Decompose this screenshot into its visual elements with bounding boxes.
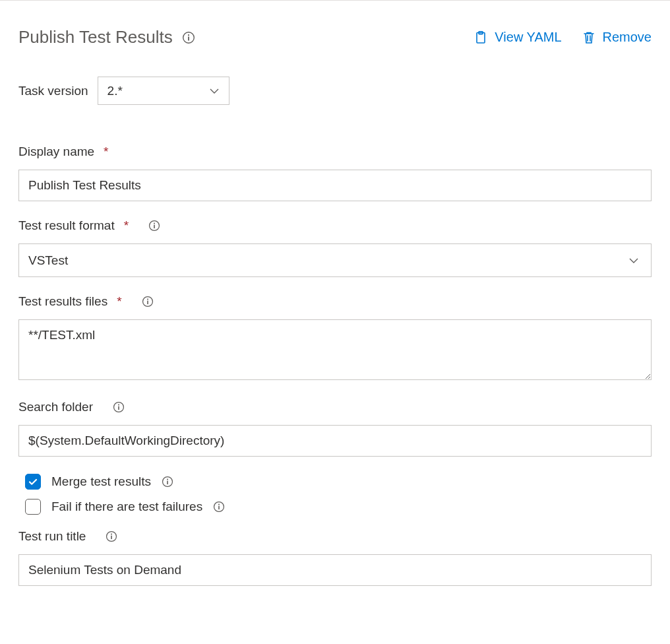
- fail-if-failures-label: Fail if there are test failures: [51, 499, 202, 514]
- merge-test-results-checkbox[interactable]: [25, 474, 41, 490]
- test-results-files-input[interactable]: [18, 319, 652, 380]
- display-name-field: Display name*: [18, 145, 652, 201]
- view-yaml-label: View YAML: [495, 30, 561, 45]
- svg-point-9: [147, 299, 148, 300]
- info-icon[interactable]: [213, 501, 225, 513]
- clipboard-icon: [473, 30, 488, 45]
- svg-rect-19: [218, 506, 220, 509]
- remove-label: Remove: [603, 30, 652, 45]
- view-yaml-button[interactable]: View YAML: [473, 30, 561, 45]
- svg-rect-13: [118, 406, 119, 410]
- svg-point-6: [154, 223, 155, 224]
- test-result-format-select[interactable]: VSTest: [18, 243, 652, 277]
- fail-if-failures-row: Fail if there are test failures: [25, 499, 652, 515]
- header-row: Publish Test Results View YAML Remove: [18, 27, 652, 48]
- info-icon[interactable]: [148, 220, 160, 232]
- title-group: Publish Test Results: [18, 27, 195, 48]
- test-result-format-label: Test result format*: [18, 218, 129, 233]
- panel-title: Publish Test Results: [18, 27, 173, 48]
- svg-point-1: [188, 34, 189, 36]
- info-icon[interactable]: [113, 401, 125, 413]
- test-results-files-label: Test results files*: [18, 294, 122, 309]
- svg-point-15: [167, 479, 168, 480]
- fail-if-failures-checkbox[interactable]: [25, 499, 41, 515]
- svg-point-21: [111, 534, 112, 535]
- info-icon[interactable]: [142, 296, 154, 307]
- svg-point-18: [218, 504, 220, 505]
- svg-rect-10: [147, 301, 148, 304]
- test-results-files-field: Test results files*: [18, 294, 652, 383]
- search-folder-field: Search folder: [18, 400, 652, 457]
- svg-rect-16: [167, 481, 168, 484]
- test-run-title-label: Test run title: [18, 529, 86, 544]
- test-result-format-field: Test result format* VSTest: [18, 218, 652, 277]
- header-actions: View YAML Remove: [473, 30, 652, 45]
- task-version-select[interactable]: 2.*: [98, 77, 229, 105]
- search-folder-label: Search folder: [18, 400, 93, 414]
- task-version-field: Task version 2.*: [18, 77, 652, 105]
- svg-rect-2: [188, 36, 189, 40]
- task-version-label: Task version: [18, 84, 88, 98]
- merge-test-results-row: Merge test results: [25, 474, 652, 490]
- search-folder-input[interactable]: [18, 425, 652, 457]
- svg-rect-22: [111, 536, 113, 539]
- merge-test-results-label: Merge test results: [51, 474, 151, 489]
- display-name-input[interactable]: [18, 170, 652, 201]
- trash-icon: [582, 30, 596, 45]
- display-name-label: Display name*: [18, 145, 109, 159]
- task-editor-panel: Publish Test Results View YAML Remove Ta…: [0, 0, 670, 612]
- info-icon[interactable]: [162, 476, 173, 488]
- test-run-title-input[interactable]: [18, 554, 652, 586]
- info-icon[interactable]: [182, 31, 195, 44]
- svg-point-12: [118, 404, 119, 406]
- info-icon[interactable]: [106, 531, 117, 542]
- remove-button[interactable]: Remove: [582, 30, 652, 45]
- svg-rect-7: [154, 225, 155, 228]
- test-run-title-field: Test run title: [18, 529, 652, 586]
